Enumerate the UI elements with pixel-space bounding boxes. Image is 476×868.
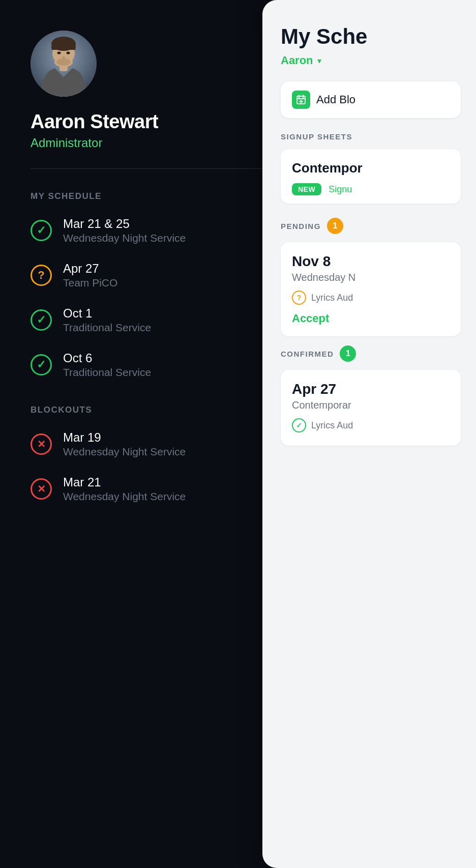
signup-sheets-title: SIGNUP SHEETS bbox=[281, 132, 461, 141]
left-panel: Aaron Stewart Administrator MY SCHEDULE … bbox=[0, 0, 295, 868]
blockouts-list: ✕ Mar 19 Wednesday Night Service ✕ Mar 2… bbox=[31, 430, 275, 503]
svg-point-6 bbox=[67, 52, 70, 54]
list-item[interactable]: ✓ Mar 21 & 25 Wednesday Night Service bbox=[31, 217, 275, 244]
item-date: Apr 27 bbox=[63, 262, 117, 276]
user-role: Administrator bbox=[31, 136, 275, 150]
confirmed-icon: ✓ bbox=[31, 354, 52, 375]
confirmed-header: CONFIRMED 1 bbox=[281, 345, 461, 362]
item-date: Oct 1 bbox=[63, 306, 151, 321]
right-panel: My Sche Aaron ▾ Add Blo SIGNUP SHEETS bbox=[262, 0, 476, 868]
pending-card[interactable]: Nov 8 Wednesday N ? Lyrics Aud Accept bbox=[281, 242, 461, 336]
signup-card-title: Contempor bbox=[292, 160, 450, 176]
question-icon: ? bbox=[297, 294, 302, 302]
confirmed-card-service: Contemporar bbox=[292, 399, 450, 411]
item-info: Apr 27 Team PiCO bbox=[63, 262, 117, 289]
divider bbox=[31, 168, 275, 169]
item-date: Mar 21 & 25 bbox=[63, 217, 186, 231]
avatar-image bbox=[31, 31, 97, 97]
svg-point-5 bbox=[57, 52, 61, 54]
item-date: Mar 19 bbox=[63, 430, 186, 445]
item-service: Wednesday Night Service bbox=[63, 490, 186, 503]
list-item[interactable]: ✕ Mar 21 Wednesday Night Service bbox=[31, 475, 275, 503]
item-service: Traditional Service bbox=[63, 322, 151, 334]
xmark: ✕ bbox=[37, 439, 46, 449]
confirmed-card[interactable]: Apr 27 Contemporar ✓ Lyrics Aud bbox=[281, 370, 461, 446]
signup-card-inner: Contempor NEW Signu bbox=[281, 149, 461, 204]
pending-icon: ? bbox=[31, 265, 52, 286]
blocked-icon: ✕ bbox=[31, 478, 52, 500]
user-name: Aaron Stewart bbox=[31, 111, 275, 133]
role-text: Lyrics Aud bbox=[311, 293, 353, 303]
check-icon: ✓ bbox=[296, 421, 302, 429]
confirmed-icon: ✓ bbox=[31, 309, 52, 331]
role-row: ✓ Lyrics Aud bbox=[292, 418, 450, 432]
avatar bbox=[31, 31, 97, 97]
signup-actions: NEW Signu bbox=[292, 183, 450, 195]
confirmed-card-date: Apr 27 bbox=[292, 381, 450, 397]
blocked-icon: ✕ bbox=[31, 433, 52, 455]
my-schedule-title: My Sche bbox=[281, 24, 461, 49]
role-pending-icon: ? bbox=[292, 291, 306, 305]
item-info: Mar 19 Wednesday Night Service bbox=[63, 430, 186, 458]
item-info: Mar 21 Wednesday Night Service bbox=[63, 475, 186, 503]
add-blockout-icon bbox=[292, 91, 310, 109]
item-date: Oct 6 bbox=[63, 351, 151, 365]
schedule-list: ✓ Mar 21 & 25 Wednesday Night Service ? … bbox=[31, 217, 275, 379]
add-blockout-button[interactable]: Add Blo bbox=[281, 81, 461, 118]
signup-link[interactable]: Signu bbox=[329, 184, 352, 195]
svg-point-8 bbox=[62, 56, 65, 60]
pending-card-date: Nov 8 bbox=[292, 253, 450, 270]
checkmark: ✓ bbox=[37, 359, 46, 370]
list-item[interactable]: ? Apr 27 Team PiCO bbox=[31, 262, 275, 289]
xmark: ✕ bbox=[37, 484, 46, 494]
right-inner: My Sche Aaron ▾ Add Blo SIGNUP SHEETS bbox=[262, 0, 476, 475]
my-schedule-section-title: MY SCHEDULE bbox=[31, 191, 275, 201]
checkmark: ✓ bbox=[37, 314, 46, 326]
list-item[interactable]: ✕ Mar 19 Wednesday Night Service bbox=[31, 430, 275, 458]
pending-badge: 1 bbox=[327, 218, 343, 234]
chevron-down-icon: ▾ bbox=[317, 56, 321, 66]
dropdown-user-name: Aaron bbox=[281, 54, 313, 67]
item-info: Oct 6 Traditional Service bbox=[63, 351, 151, 379]
checkmark: ✓ bbox=[37, 225, 46, 236]
confirmed-label: CONFIRMED bbox=[281, 350, 334, 358]
item-info: Oct 1 Traditional Service bbox=[63, 306, 151, 334]
accept-button[interactable]: Accept bbox=[292, 312, 450, 325]
list-item[interactable]: ✓ Oct 1 Traditional Service bbox=[31, 306, 275, 334]
confirmed-icon: ✓ bbox=[31, 220, 52, 241]
item-service: Traditional Service bbox=[63, 366, 151, 379]
list-item[interactable]: ✓ Oct 6 Traditional Service bbox=[31, 351, 275, 379]
confirmed-badge: 1 bbox=[340, 345, 356, 362]
role-row: ? Lyrics Aud bbox=[292, 291, 450, 305]
add-blockout-label: Add Blo bbox=[316, 93, 355, 106]
blockouts-section-title: BLOCKOUTS bbox=[31, 405, 275, 415]
role-text: Lyrics Aud bbox=[311, 420, 353, 431]
new-badge: NEW bbox=[292, 183, 321, 195]
role-confirmed-icon: ✓ bbox=[292, 418, 306, 432]
pending-card-service: Wednesday N bbox=[292, 272, 450, 283]
item-service: Wednesday Night Service bbox=[63, 232, 186, 244]
item-service: Team PiCO bbox=[63, 277, 117, 289]
questionmark: ? bbox=[38, 270, 44, 281]
item-service: Wednesday Night Service bbox=[63, 446, 186, 458]
item-date: Mar 21 bbox=[63, 475, 186, 489]
pending-label: PENDING bbox=[281, 222, 321, 230]
pending-header: PENDING 1 bbox=[281, 218, 461, 234]
signup-sheet-card[interactable]: Contempor NEW Signu bbox=[281, 149, 461, 204]
item-info: Mar 21 & 25 Wednesday Night Service bbox=[63, 217, 186, 244]
user-dropdown[interactable]: Aaron ▾ bbox=[281, 54, 461, 67]
